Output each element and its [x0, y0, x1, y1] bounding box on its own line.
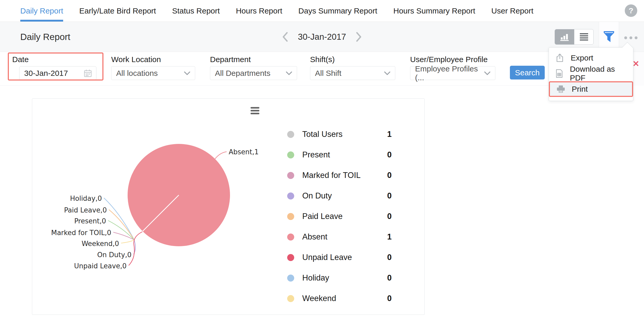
date-navigator: 30-Jan-2017 — [282, 22, 362, 52]
user-profile-filter: User/Employee Profile Employee Profiles … — [410, 52, 495, 80]
tab-label: User Report — [491, 6, 534, 15]
report-header: Daily Report 30-Jan-2017 — [0, 22, 644, 52]
tab-days-summary-report[interactable]: Days Summary Report — [298, 0, 377, 22]
tab-label: Days Summary Report — [298, 6, 377, 15]
legend-row[interactable]: Weekend0 — [287, 295, 392, 302]
date-filter-label: Date — [12, 55, 96, 64]
user-profile-label: User/Employee Profile — [410, 55, 495, 64]
tab-hours-report[interactable]: Hours Report — [236, 0, 282, 22]
pie-callout-present: Present,0 — [74, 217, 106, 225]
legend-color-dot — [287, 275, 294, 282]
work-location-label: Work Location — [111, 55, 195, 64]
legend-label: Present — [302, 150, 330, 159]
calendar-icon[interactable] — [84, 69, 92, 77]
work-location-select[interactable]: All locations — [111, 66, 195, 80]
shifts-label: Shift(s) — [310, 55, 395, 64]
active-tab-indicator — [20, 20, 63, 22]
menu-item-print[interactable]: Print — [549, 81, 633, 97]
legend-color-dot — [287, 295, 294, 302]
legend-value: 0 — [387, 273, 392, 283]
next-date-button[interactable] — [356, 32, 362, 42]
pie-callout-marked-for-toil: Marked for TOIL,0 — [51, 229, 111, 237]
legend-row[interactable]: Present0 — [287, 151, 392, 159]
tab-hours-summary-report[interactable]: Hours Summary Report — [393, 0, 475, 22]
search-button[interactable]: Search — [510, 66, 545, 79]
filter-funnel-icon — [603, 31, 615, 43]
view-toggle — [555, 29, 594, 45]
more-options-button[interactable] — [623, 35, 639, 41]
legend-color-dot — [287, 131, 294, 138]
chevron-down-icon — [282, 71, 292, 75]
pie-callout-weekend: Weekend,0 — [82, 240, 119, 248]
menu-item-label: Download as PDF — [570, 65, 627, 82]
shifts-value: All Shift — [315, 69, 341, 78]
close-filters-icon[interactable]: ✕ — [633, 60, 639, 68]
chevron-down-icon — [380, 71, 390, 75]
chevron-down-icon — [480, 71, 490, 75]
tab-label: Status Report — [172, 6, 220, 15]
tab-status-report[interactable]: Status Report — [172, 0, 220, 22]
user-profile-value: Employee Profiles (... — [415, 64, 480, 82]
menu-item-label: Print — [572, 85, 588, 94]
legend-value: 0 — [387, 171, 392, 180]
tab-label: Hours Report — [236, 6, 282, 15]
menu-item-download-as-pdf[interactable]: Download as PDF — [549, 66, 633, 81]
legend-value: 0 — [387, 191, 392, 201]
legend-row[interactable]: On Duty0 — [287, 192, 392, 200]
ellipsis-icon — [629, 36, 632, 39]
page-title: Daily Report — [20, 22, 70, 52]
report-tabs-bar: Daily Report Early/Late Bird Report Stat… — [0, 0, 644, 22]
legend-value: 0 — [387, 253, 392, 262]
list-icon — [579, 33, 589, 41]
legend-color-dot — [287, 192, 294, 199]
legend-value: 0 — [387, 294, 392, 303]
legend-value: 0 — [387, 212, 392, 221]
legend-row[interactable]: Marked for TOIL0 — [287, 171, 392, 179]
chart-context-menu-button[interactable] — [251, 107, 259, 114]
tab-early-late-bird-report[interactable]: Early/Late Bird Report — [79, 0, 156, 22]
current-date[interactable]: 30-Jan-2017 — [298, 32, 346, 42]
legend-row[interactable]: Absent1 — [287, 233, 392, 241]
chevron-down-icon — [180, 71, 190, 75]
help-icon[interactable]: ? — [625, 4, 637, 17]
export-icon — [555, 54, 564, 62]
ellipsis-icon — [624, 36, 627, 39]
daily-report-page: Daily Report Early/Late Bird Report Stat… — [0, 0, 644, 333]
more-options-menu: Export Download as PDF — [549, 47, 633, 101]
legend-label: On Duty — [302, 191, 332, 201]
legend-color-dot — [287, 172, 294, 179]
user-profile-select[interactable]: Employee Profiles (... — [410, 66, 495, 80]
department-value: All Departments — [215, 69, 270, 78]
legend-value: 1 — [387, 130, 392, 139]
daily-report-chart-panel: Absent,1Holiday,0Paid Leave,0Present,0Ma… — [32, 98, 425, 315]
department-select[interactable]: All Departments — [210, 66, 297, 80]
document-icon — [555, 69, 564, 78]
shifts-select[interactable]: All Shift — [310, 66, 395, 80]
list-view-button[interactable] — [574, 29, 593, 44]
legend-label: Absent — [302, 232, 327, 242]
tab-daily-report[interactable]: Daily Report — [20, 0, 63, 22]
legend-row[interactable]: Paid Leave0 — [287, 212, 392, 220]
department-label: Department — [210, 55, 297, 64]
date-filter-input[interactable]: 30-Jan-2017 — [19, 66, 96, 80]
legend-row[interactable]: Unpaid Leave0 — [287, 254, 392, 261]
tab-user-report[interactable]: User Report — [491, 0, 534, 22]
legend-value: 0 — [387, 150, 392, 159]
chart-view-button[interactable] — [555, 29, 574, 44]
pie-callout-paid-leave: Paid Leave,0 — [64, 206, 107, 214]
pie-leader-line — [108, 221, 134, 240]
hamburger-icon — [251, 107, 259, 109]
work-location-filter: Work Location All locations — [111, 52, 195, 80]
pie-leader-line — [109, 210, 134, 240]
work-location-value: All locations — [116, 69, 158, 78]
legend-row[interactable]: Holiday0 — [287, 274, 392, 282]
tab-label: Daily Report — [20, 6, 63, 15]
bar-chart-icon — [560, 33, 569, 41]
menu-item-export[interactable]: Export — [549, 50, 633, 66]
legend-label: Marked for TOIL — [302, 171, 361, 180]
pie-callout-absent: Absent,1 — [229, 148, 259, 156]
legend-row[interactable]: Total Users1 — [287, 130, 392, 138]
date-filter-value: 30-Jan-2017 — [24, 69, 68, 78]
previous-date-button[interactable] — [282, 32, 288, 42]
legend-label: Weekend — [302, 294, 336, 303]
